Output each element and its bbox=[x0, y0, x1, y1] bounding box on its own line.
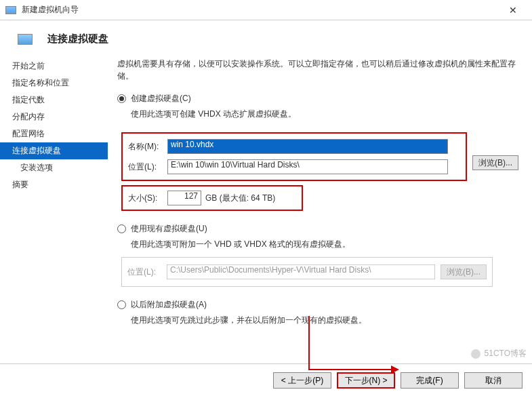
existing-location-input: C:\Users\Public\Documents\Hyper-V\Virtua… bbox=[167, 264, 435, 279]
option-create-vhd-desc: 使用此选项可创建 VHDX 动态扩展虚拟硬盘。 bbox=[131, 108, 518, 120]
option-create-vhd-label: 创建虚拟硬盘(C) bbox=[131, 93, 191, 104]
page-description: 虚拟机需要具有存储，以便可以安装操作系统。可以立即指定存储，也可以稍后通过修改虚… bbox=[117, 58, 518, 82]
watermark: 51CTO博客 bbox=[471, 348, 527, 359]
step-connect-vhd[interactable]: 连接虚拟硬盘 bbox=[0, 142, 108, 159]
option-use-existing-desc: 使用此选项可附加一个 VHD 或 VHDX 格式的现有虚拟硬盘。 bbox=[131, 239, 518, 250]
existing-vhd-fields: 位置(L): C:\Users\Public\Documents\Hyper-V… bbox=[121, 257, 493, 287]
vhd-size-label: 大小(S): bbox=[128, 193, 167, 204]
step-network[interactable]: 配置网络 bbox=[0, 125, 108, 142]
vhd-size-unit: GB (最大值: 64 TB) bbox=[205, 193, 275, 204]
vhd-name-label: 名称(M): bbox=[128, 141, 167, 153]
next-button[interactable]: 下一步(N) > bbox=[337, 372, 395, 389]
step-summary[interactable]: 摘要 bbox=[0, 176, 108, 193]
finish-button[interactable]: 完成(F) bbox=[401, 372, 459, 389]
vhd-location-input[interactable]: E:\win 10\win 10\Virtual Hard Disks\ bbox=[167, 159, 448, 174]
option-create-vhd[interactable]: 创建虚拟硬盘(C) bbox=[117, 93, 518, 104]
wizard-footer: < 上一步(P) 下一步(N) > 完成(F) 取消 bbox=[0, 363, 532, 396]
watermark-text: 51CTO博客 bbox=[485, 348, 527, 359]
annotation-arrow-head bbox=[391, 365, 399, 374]
annotation-arrow bbox=[308, 369, 395, 370]
radio-attach-later[interactable] bbox=[117, 300, 126, 309]
app-icon bbox=[5, 6, 16, 14]
radio-use-existing[interactable] bbox=[117, 224, 126, 233]
existing-location-label: 位置(L): bbox=[127, 266, 167, 278]
step-name-location[interactable]: 指定名称和位置 bbox=[0, 75, 108, 92]
page-title: 连接虚拟硬盘 bbox=[47, 33, 108, 45]
wizard-steps: 开始之前 指定名称和位置 指定代数 分配内存 配置网络 连接虚拟硬盘 安装选项 … bbox=[0, 58, 108, 359]
vhd-location-label: 位置(L): bbox=[128, 161, 167, 173]
browse-location-button[interactable]: 浏览(B)... bbox=[472, 155, 518, 170]
vhd-fields-highlight: 名称(M): win 10.vhdx 位置(L): E:\win 10\win … bbox=[121, 132, 467, 181]
step-generation[interactable]: 指定代数 bbox=[0, 92, 108, 108]
radio-create-vhd[interactable] bbox=[117, 94, 126, 103]
step-memory[interactable]: 分配内存 bbox=[0, 108, 108, 125]
prev-button[interactable]: < 上一步(P) bbox=[273, 372, 331, 389]
wizard-header: 连接虚拟硬盘 bbox=[0, 20, 532, 58]
option-attach-later[interactable]: 以后附加虚拟硬盘(A) bbox=[117, 299, 518, 311]
window-title: 新建虚拟机向导 bbox=[22, 4, 499, 16]
browse-existing-button: 浏览(B)... bbox=[441, 264, 487, 279]
main-panel: 虚拟机需要具有存储，以便可以安装操作系统。可以立即指定存储，也可以稍后通过修改虚… bbox=[108, 58, 532, 359]
close-icon[interactable]: ✕ bbox=[499, 5, 527, 16]
watermark-icon bbox=[471, 349, 480, 359]
titlebar: 新建虚拟机向导 ✕ bbox=[0, 0, 532, 20]
step-install-options[interactable]: 安装选项 bbox=[0, 159, 108, 176]
cancel-button[interactable]: 取消 bbox=[464, 372, 523, 389]
vhd-size-input[interactable]: 127 bbox=[167, 191, 201, 205]
option-attach-later-desc: 使用此选项可先跳过此步骤，并在以后附加一个现有的虚拟硬盘。 bbox=[131, 315, 518, 326]
vhd-size-highlight: 大小(S): 127 GB (最大值: 64 TB) bbox=[121, 185, 303, 211]
option-attach-later-label: 以后附加虚拟硬盘(A) bbox=[131, 299, 207, 311]
vhd-name-input[interactable]: win 10.vhdx bbox=[167, 139, 448, 154]
option-use-existing-label: 使用现有虚拟硬盘(U) bbox=[131, 223, 207, 235]
header-icon bbox=[18, 34, 33, 45]
step-before-begin[interactable]: 开始之前 bbox=[0, 58, 108, 75]
option-use-existing[interactable]: 使用现有虚拟硬盘(U) bbox=[117, 223, 518, 235]
